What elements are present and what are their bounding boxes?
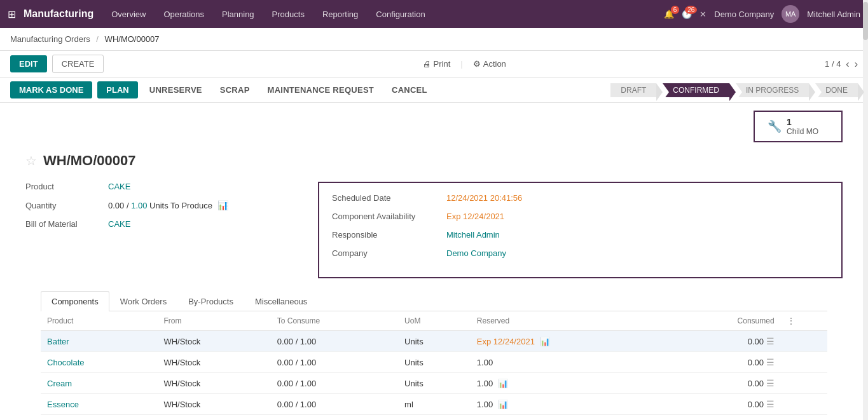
product-value[interactable]: CAKE — [108, 182, 130, 191]
record-title: ☆ WH/MO/00007 — [25, 152, 843, 169]
reserved-chart-icon[interactable]: 📊 — [498, 400, 508, 409]
status-step-in-progress: IN PROGRESS — [736, 83, 809, 97]
cell-from: WH/Stock — [157, 331, 270, 352]
status-steps: DRAFT CONFIRMED IN PROGRESS DONE — [610, 83, 858, 97]
print-button[interactable]: 🖨 Print — [423, 59, 451, 69]
responsible-value[interactable]: Mitchell Admin — [446, 230, 500, 240]
cell-actions — [781, 373, 827, 394]
scroll-thumb[interactable] — [863, 2, 868, 40]
cell-to-consume: 0.00 / 1.00 — [271, 394, 398, 415]
cell-product[interactable]: Essence — [41, 394, 157, 415]
tab-work-orders[interactable]: Work Orders — [109, 291, 177, 311]
nav-configuration[interactable]: Configuration — [373, 8, 427, 20]
table-row[interactable]: Batter WH/Stock 0.00 / 1.00 Units Exp 12… — [41, 331, 827, 352]
page-navigation: 1 / 4 ‹ › — [825, 58, 858, 70]
field-bill-of-material: Bill of Material CAKE — [25, 219, 293, 229]
action-bar: EDIT CREATE 🖨 Print | ⚙ Action 1 / 4 ‹ › — [0, 51, 868, 78]
mark-as-done-button[interactable]: MARK AS DONE — [10, 81, 92, 98]
next-page-arrow[interactable]: › — [855, 58, 858, 70]
tab-components[interactable]: Components — [41, 291, 109, 311]
fields-container: Product CAKE Quantity 0.00 / 1.00 Units … — [25, 182, 843, 278]
app-grid-icon[interactable]: ⊞ — [8, 8, 16, 20]
cell-reserved: Exp 12/24/2021 📊 — [471, 331, 667, 352]
table-row[interactable]: Cream WH/Stock 0.00 / 1.00 Units 1.00 📊 … — [41, 373, 827, 394]
component-availability-label: Component Availability — [332, 212, 446, 221]
table-row[interactable]: Tetra pack WH/Stock 0.00 / 1.00 Units 1.… — [41, 415, 827, 421]
create-button[interactable]: CREATE — [52, 55, 104, 73]
cell-from: WH/Stock — [157, 373, 270, 394]
table-row[interactable]: Chocolate WH/Stock 0.00 / 1.00 Units 1.0… — [41, 352, 827, 373]
cancel-button[interactable]: CANCEL — [385, 81, 434, 98]
col-consumed: Consumed — [667, 311, 781, 331]
cell-actions — [781, 415, 827, 421]
maintenance-request-button[interactable]: MAINTENANCE REQUEST — [261, 81, 380, 98]
scrollbar[interactable] — [863, 0, 868, 420]
field-company: Company Demo Company — [332, 248, 829, 258]
gear-icon: ⚙ — [473, 59, 481, 69]
reserved-chart-icon[interactable]: 📊 — [540, 337, 550, 346]
breadcrumb-sep: / — [96, 34, 99, 44]
components-table: Product From To Consume UoM Reserved Con… — [41, 311, 827, 420]
cell-uom: Units — [398, 415, 471, 421]
nav-reporting[interactable]: Reporting — [320, 8, 361, 20]
tabs-section: Components Work Orders By-Products Misce… — [25, 291, 843, 311]
col-product: Product — [41, 311, 157, 331]
breadcrumb-parent[interactable]: Manufacturing Orders — [10, 34, 90, 44]
reserved-chart-icon[interactable]: 📊 — [498, 379, 508, 388]
nav-items: Overview Operations Planning Products Re… — [109, 8, 664, 20]
activity-clock[interactable]: 🕐 26 — [682, 10, 692, 19]
cell-reserved: 1.00 📊 — [471, 394, 667, 415]
close-icon[interactable]: ✕ — [699, 10, 706, 19]
cell-to-consume: 0.00 / 1.00 — [271, 331, 398, 352]
top-navigation: ⊞ Manufacturing Overview Operations Plan… — [0, 0, 868, 28]
cell-product[interactable]: Tetra pack — [41, 415, 157, 421]
cell-reserved: 1.00 📊 — [471, 373, 667, 394]
cell-product[interactable]: Chocolate — [41, 352, 157, 373]
list-icon[interactable]: ☰ — [766, 336, 775, 346]
bom-value[interactable]: CAKE — [108, 219, 130, 229]
cell-to-consume: 0.00 / 1.00 — [271, 415, 398, 421]
company-label: Company — [332, 248, 446, 258]
prev-page-arrow[interactable]: ‹ — [846, 58, 849, 70]
table-row[interactable]: Essence WH/Stock 0.00 / 1.00 ml 1.00 📊 0… — [41, 394, 827, 415]
nav-overview[interactable]: Overview — [109, 8, 148, 20]
action-button[interactable]: ⚙ Action — [473, 59, 506, 69]
favorite-star-icon[interactable]: ☆ — [25, 153, 37, 168]
scrap-button[interactable]: SCRAP — [214, 81, 256, 98]
notification-bell[interactable]: 🔔 6 — [664, 10, 674, 19]
qty-unit: Units To Produce — [149, 201, 212, 210]
quantity-chart-icon[interactable]: 📊 — [217, 200, 228, 210]
plan-button[interactable]: PLAN — [97, 81, 137, 98]
edit-button[interactable]: EDIT — [10, 55, 47, 72]
company-value[interactable]: Demo Company — [446, 248, 506, 258]
qty-used: 0.00 — [108, 201, 124, 210]
tab-by-products[interactable]: By-Products — [177, 291, 244, 311]
qty-total[interactable]: 1.00 — [131, 201, 147, 210]
cell-to-consume: 0.00 / 1.00 — [271, 373, 398, 394]
child-mo-info: 1 Child MO — [787, 117, 818, 136]
cell-product[interactable]: Batter — [41, 331, 157, 352]
table-header-row: Product From To Consume UoM Reserved Con… — [41, 311, 827, 331]
cell-product[interactable]: Cream — [41, 373, 157, 394]
child-mo-badge[interactable]: 🔧 1 Child MO — [754, 111, 843, 142]
table-section: Product From To Consume UoM Reserved Con… — [25, 311, 843, 420]
tab-miscellaneous[interactable]: Miscellaneous — [244, 291, 318, 311]
cell-uom: Units — [398, 331, 471, 352]
cell-consumed: 0.00 ☰ — [667, 373, 781, 394]
col-uom: UoM — [398, 311, 471, 331]
nav-operations[interactable]: Operations — [161, 8, 207, 20]
unreserve-button[interactable]: UNRESERVE — [143, 81, 209, 98]
status-step-draft: DRAFT — [610, 83, 656, 97]
record-id: WH/MO/00007 — [43, 152, 136, 169]
status-bar: MARK AS DONE PLAN UNRESERVE SCRAP MAINTE… — [0, 78, 868, 103]
record-section: ☆ WH/MO/00007 Product CAKE Quantity 0.00… — [0, 142, 868, 420]
cell-consumed: 0.00 ☰ — [667, 331, 781, 352]
nav-products[interactable]: Products — [270, 8, 307, 20]
nav-planning[interactable]: Planning — [219, 8, 257, 20]
list-icon[interactable]: ☰ — [766, 357, 775, 367]
cell-uom: Units — [398, 373, 471, 394]
cell-consumed: 0.00 ☰ — [667, 352, 781, 373]
col-more[interactable]: ⋮ — [781, 311, 827, 331]
list-icon[interactable]: ☰ — [766, 399, 775, 409]
list-icon[interactable]: ☰ — [766, 378, 775, 388]
